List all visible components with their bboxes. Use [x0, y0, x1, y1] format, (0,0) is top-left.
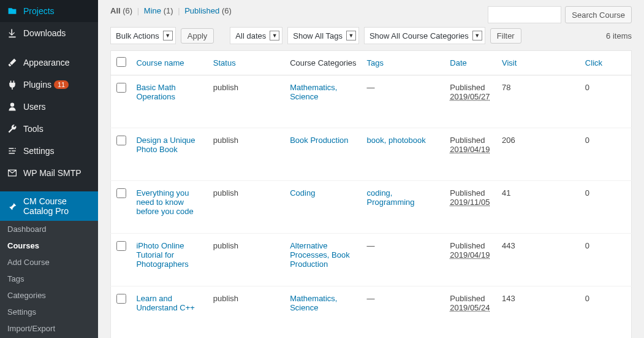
submenu-import-export[interactable]: Import/Export — [0, 320, 98, 337]
sidebar-item-cm-course-catalog[interactable]: CM Course Catalog Pro — [0, 191, 98, 221]
dates-select[interactable]: All dates ▼ — [230, 27, 282, 44]
filter-button[interactable]: Filter — [490, 28, 521, 44]
course-name-link[interactable]: Basic Math Operations — [136, 83, 175, 101]
search-button[interactable]: Search Course — [565, 6, 632, 23]
visit-cell: 143 — [497, 286, 580, 339]
visit-cell: 78 — [497, 75, 580, 128]
col-status[interactable]: Status — [208, 51, 285, 75]
filter-all[interactable]: All (6) — [110, 6, 132, 15]
row-checkbox[interactable] — [116, 83, 126, 93]
pin-icon — [6, 200, 18, 212]
brush-icon — [6, 56, 18, 69]
visit-cell: 206 — [497, 128, 580, 181]
filter-published[interactable]: Published (6) — [184, 6, 232, 15]
sidebar-item-plugins[interactable]: Plugins 11 — [0, 74, 98, 96]
category-link[interactable]: Alternative Processes, Book Production — [290, 241, 350, 269]
submenu-dashboard[interactable]: Dashboard — [0, 221, 98, 237]
course-name-link[interactable]: Design a Unique Photo Book — [136, 136, 195, 154]
table-row: Everything you need to know before you c… — [111, 181, 632, 234]
visit-cell: 41 — [497, 181, 580, 234]
course-name-link[interactable]: Everything you need to know before you c… — [136, 188, 193, 216]
tag-link[interactable]: coding, Programming — [367, 188, 415, 207]
click-cell: 0 — [580, 128, 632, 181]
course-name-link[interactable]: iPhoto Online Tutorial for Photographers — [136, 241, 188, 269]
submenu-tags[interactable]: Tags — [0, 271, 98, 287]
sidebar-item-tools[interactable]: Tools — [0, 118, 98, 140]
search-input[interactable] — [488, 6, 561, 23]
courses-table: Course name Status Course Categories Tag… — [110, 50, 632, 338]
tags-cell: — — [367, 241, 375, 250]
click-cell: 0 — [580, 75, 632, 128]
date-cell: Published2019/11/05 — [445, 181, 497, 234]
sidebar-label: WP Mail SMTP — [23, 168, 81, 178]
tag-link[interactable]: book, photobook — [367, 136, 426, 145]
status-filter-links: All (6) | Mine (1) | Published (6) — [110, 6, 232, 15]
row-checkbox[interactable] — [116, 136, 126, 145]
col-visit[interactable]: Visit — [497, 51, 580, 75]
sidebar-label: CM Course Catalog Pro — [23, 196, 92, 216]
col-tags[interactable]: Tags — [362, 51, 445, 75]
sidebar-label: Tools — [23, 124, 44, 134]
status-cell: publish — [208, 128, 285, 181]
sidebar-label: Plugins — [23, 80, 51, 90]
download-icon — [6, 27, 18, 39]
status-cell: publish — [208, 181, 285, 234]
items-count: 6 items — [606, 31, 632, 40]
click-cell: 0 — [580, 181, 632, 234]
sidebar-label: Projects — [23, 6, 55, 16]
tags-cell: — — [367, 294, 375, 303]
visit-cell: 443 — [497, 234, 580, 286]
submenu-categories[interactable]: Categories — [0, 287, 98, 304]
date-cell: Published2019/05/27 — [445, 75, 497, 128]
submenu: Dashboard Courses Add Course Tags Catego… — [0, 221, 98, 338]
chevron-down-icon: ▼ — [472, 31, 482, 40]
sidebar-item-appearance[interactable]: Appearance — [0, 52, 98, 74]
table-row: Basic Math OperationspublishMathematics,… — [111, 75, 632, 128]
category-link[interactable]: Mathematics, Science — [290, 294, 337, 312]
table-row: Design a Unique Photo BookpublishBook Pr… — [111, 128, 632, 181]
categories-select[interactable]: Show All Course Categories ▼ — [364, 27, 485, 44]
mail-icon — [6, 167, 18, 179]
click-cell: 0 — [580, 286, 632, 339]
sidebar-item-downloads[interactable]: Downloads — [0, 22, 98, 44]
table-row: iPhoto Online Tutorial for Photographers… — [111, 234, 632, 286]
plugins-badge: 11 — [54, 80, 69, 89]
sidebar-item-projects[interactable]: Projects — [0, 0, 98, 22]
row-checkbox[interactable] — [116, 294, 126, 304]
chevron-down-icon: ▼ — [163, 31, 173, 40]
admin-sidebar: Projects Downloads Appearance Plugins 11… — [0, 0, 98, 338]
sidebar-item-wpmail[interactable]: WP Mail SMTP — [0, 162, 98, 184]
tags-select[interactable]: Show All Tags ▼ — [287, 27, 359, 44]
sliders-icon — [6, 145, 18, 157]
filter-mine[interactable]: Mine (1) — [144, 6, 173, 15]
tags-cell: — — [367, 83, 375, 92]
status-cell: publish — [208, 75, 285, 128]
submenu-courses[interactable]: Courses — [0, 237, 98, 254]
col-name[interactable]: Course name — [131, 51, 208, 75]
apply-button[interactable]: Apply — [181, 28, 214, 44]
category-link[interactable]: Coding — [290, 188, 315, 198]
col-click[interactable]: Click — [580, 51, 632, 75]
sidebar-item-settings[interactable]: Settings — [0, 140, 98, 162]
chevron-down-icon: ▼ — [270, 31, 279, 40]
status-cell: publish — [208, 286, 285, 339]
submenu-add-course[interactable]: Add Course — [0, 254, 98, 271]
category-link[interactable]: Mathematics, Science — [290, 83, 337, 101]
table-row: Learn and Understand C++publishMathemati… — [111, 286, 632, 339]
date-cell: Published2019/04/19 — [445, 128, 497, 181]
bulk-actions-select[interactable]: Bulk Actions ▼ — [110, 27, 176, 44]
click-cell: 0 — [580, 234, 632, 286]
col-date[interactable]: Date — [445, 51, 497, 75]
sidebar-label: Users — [23, 102, 46, 112]
select-all-checkbox[interactable] — [116, 57, 126, 67]
row-checkbox[interactable] — [116, 188, 126, 198]
row-checkbox[interactable] — [116, 241, 126, 251]
status-cell: publish — [208, 234, 285, 286]
sidebar-label: Settings — [23, 146, 55, 156]
submenu-settings[interactable]: Settings — [0, 304, 98, 320]
date-cell: Published2019/05/24 — [445, 286, 497, 339]
user-icon — [6, 101, 18, 113]
sidebar-item-users[interactable]: Users — [0, 96, 98, 118]
course-name-link[interactable]: Learn and Understand C++ — [136, 294, 194, 312]
category-link[interactable]: Book Production — [290, 136, 348, 145]
